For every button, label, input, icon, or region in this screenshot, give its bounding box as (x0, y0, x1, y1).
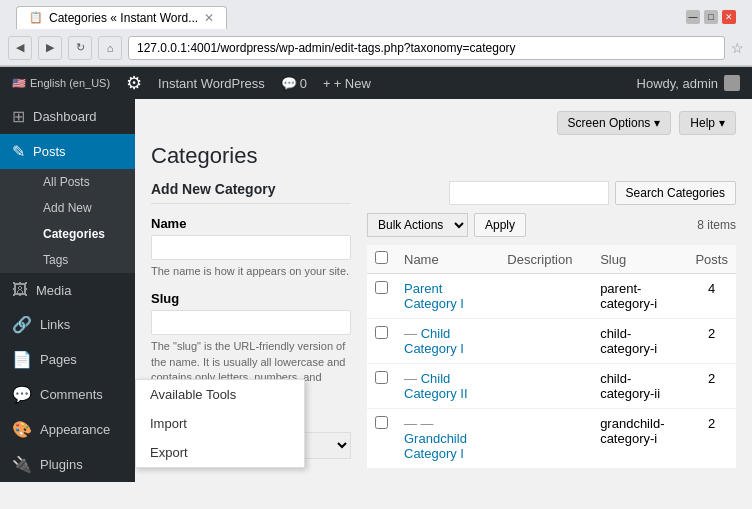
new-label: + New (334, 76, 371, 91)
help-button[interactable]: Help ▾ (679, 111, 736, 135)
table-row: Parent Category I parent-category-i 4 (367, 274, 736, 319)
all-posts-link[interactable]: All Posts (35, 169, 135, 195)
minimize-button[interactable]: — (686, 10, 700, 24)
categories-link[interactable]: Categories (35, 221, 135, 247)
address-bar[interactable] (128, 36, 725, 60)
home-button[interactable]: ⌂ (98, 36, 122, 60)
screen-options-bar: Screen Options ▾ Help ▾ (151, 111, 736, 135)
tags-link[interactable]: Tags (35, 247, 135, 273)
bookmark-icon[interactable]: ☆ (731, 40, 744, 56)
name-input[interactable] (151, 235, 351, 260)
category-slug: grandchild-category-i (592, 409, 687, 469)
category-posts-count: 2 (687, 319, 736, 364)
col-header-slug[interactable]: Slug (592, 245, 687, 274)
help-chevron: ▾ (719, 116, 725, 130)
links-icon: 🔗 (12, 315, 32, 334)
site-name[interactable]: Instant WordPress (158, 76, 265, 91)
tab-favicon: 📋 (29, 11, 43, 24)
table-row: — Child Category I child-category-i 2 (367, 319, 736, 364)
category-description (499, 319, 592, 364)
row-checkbox[interactable] (375, 281, 388, 294)
user-avatar (724, 75, 740, 91)
category-description (499, 409, 592, 469)
forward-button[interactable]: ▶ (38, 36, 62, 60)
add-new-title: Add New Category (151, 181, 351, 204)
wp-admin-bar: 🇺🇸 English (en_US) ⚙ Instant WordPress 💬… (0, 67, 752, 99)
refresh-button[interactable]: ↻ (68, 36, 92, 60)
category-name-link[interactable]: Grandchild Category I (404, 431, 467, 461)
import-item[interactable]: Import (136, 409, 304, 438)
maximize-button[interactable]: □ (704, 10, 718, 24)
row-checkbox[interactable] (375, 326, 388, 339)
screen-options-button[interactable]: Screen Options ▾ (557, 111, 672, 135)
bulk-actions-select[interactable]: Bulk Actions (367, 213, 468, 237)
sidebar-item-pages[interactable]: 📄 Pages (0, 342, 135, 377)
sidebar-item-comments[interactable]: 💬 Comments (0, 377, 135, 412)
indent-icon: — (404, 326, 421, 341)
items-count: 8 items (697, 218, 736, 232)
search-area: Search Categories (367, 181, 736, 205)
col-header-posts[interactable]: Posts (687, 245, 736, 274)
sidebar-item-label: Pages (40, 352, 77, 367)
help-label: Help (690, 116, 715, 130)
search-input[interactable] (449, 181, 609, 205)
table-row: — — Grandchild Category I grandchild-cat… (367, 409, 736, 469)
name-field-group: Name The name is how it appears on your … (151, 216, 351, 279)
bulk-actions-area: Bulk Actions Apply (367, 213, 526, 237)
sidebar-item-links[interactable]: 🔗 Links (0, 307, 135, 342)
slug-input[interactable] (151, 310, 351, 335)
comments-link[interactable]: 💬 0 (281, 76, 307, 91)
sidebar-item-label: Plugins (40, 457, 83, 472)
locale-label: English (en_US) (30, 77, 110, 89)
wp-logo[interactable]: ⚙ (126, 72, 142, 94)
col-header-description[interactable]: Description (499, 245, 592, 274)
new-content-link[interactable]: + + New (323, 76, 371, 91)
col-header-cb (367, 245, 396, 274)
screen-options-label: Screen Options (568, 116, 651, 130)
screen-options-chevron: ▾ (654, 116, 660, 130)
sidebar-item-label: Links (40, 317, 70, 332)
apply-button[interactable]: Apply (474, 213, 526, 237)
howdy-text: Howdy, admin (637, 76, 718, 91)
sidebar-item-dashboard[interactable]: ⊞ Dashboard (0, 99, 135, 134)
sidebar-item-label: Dashboard (33, 109, 97, 124)
search-categories-button[interactable]: Search Categories (615, 181, 736, 205)
export-item[interactable]: Export (136, 438, 304, 467)
category-posts-count: 2 (687, 409, 736, 469)
col-header-name[interactable]: Name (396, 245, 499, 274)
tab-title: Categories « Instant Word... (49, 11, 198, 25)
indent-icon: — — (404, 416, 434, 431)
add-new-post-link[interactable]: Add New (35, 195, 135, 221)
back-button[interactable]: ◀ (8, 36, 32, 60)
table-body: Parent Category I parent-category-i 4 — … (367, 274, 736, 469)
sidebar-item-media[interactable]: 🖼 Media (0, 273, 135, 307)
browser-titlebar: 📋 Categories « Instant Word... ✕ — □ ✕ (0, 0, 752, 30)
wp-sidebar: ⊞ Dashboard ✎ Posts All Posts Add New Ca… (0, 99, 135, 482)
category-slug: parent-category-i (592, 274, 687, 319)
active-tab[interactable]: 📋 Categories « Instant Word... ✕ (16, 6, 227, 29)
category-name-link[interactable]: Parent Category I (404, 281, 464, 311)
sidebar-item-posts[interactable]: ✎ Posts (0, 134, 135, 169)
row-checkbox[interactable] (375, 371, 388, 384)
plugins-icon: 🔌 (12, 455, 32, 474)
sidebar-item-appearance[interactable]: 🎨 Appearance (0, 412, 135, 447)
tab-close-button[interactable]: ✕ (204, 11, 214, 25)
media-icon: 🖼 (12, 281, 28, 299)
browser-tabs: 📋 Categories « Instant Word... ✕ — □ ✕ (8, 1, 744, 29)
locale-switcher[interactable]: 🇺🇸 English (en_US) (12, 77, 110, 90)
sidebar-item-label: Posts (33, 144, 66, 159)
user-menu[interactable]: Howdy, admin (637, 75, 740, 91)
indent-icon: — (404, 371, 421, 386)
available-tools-item[interactable]: Available Tools (136, 380, 304, 409)
posts-submenu: All Posts Add New Categories Tags (0, 169, 135, 273)
comments-icon: 💬 (12, 385, 32, 404)
sidebar-item-plugins[interactable]: 🔌 Plugins (0, 447, 135, 482)
row-checkbox[interactable] (375, 416, 388, 429)
tools-dropdown-menu: Available Tools Import Export (135, 379, 305, 468)
close-button[interactable]: ✕ (722, 10, 736, 24)
category-description (499, 274, 592, 319)
comments-count: 0 (300, 76, 307, 91)
name-hint: The name is how it appears on your site. (151, 264, 351, 279)
select-all-checkbox[interactable] (375, 251, 388, 264)
category-slug: child-category-ii (592, 364, 687, 409)
